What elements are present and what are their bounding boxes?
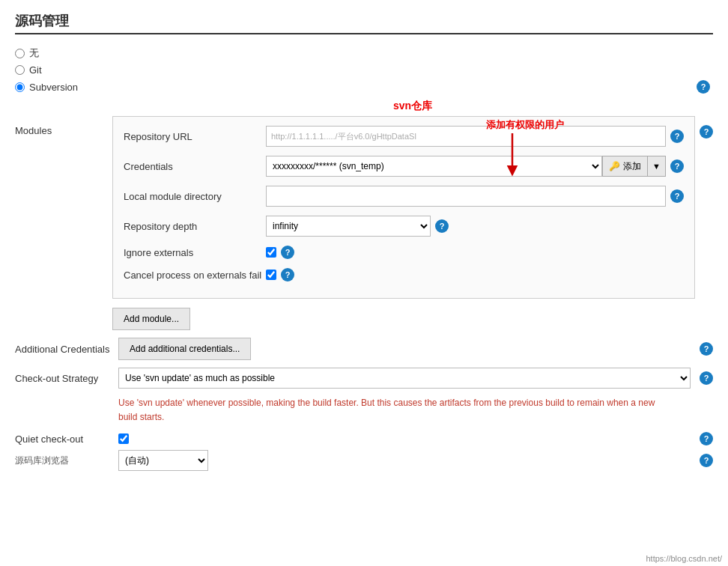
add-credentials-main-btn[interactable]: 🔑 添加 [602, 156, 647, 177]
radio-subversion-label: Subversion [29, 82, 78, 93]
page-title: 源码管理 [15, 12, 713, 34]
repo-depth-row: Repository depth infinity empty files im… [124, 216, 684, 237]
repo-url-help-icon[interactable]: ? [670, 130, 684, 143]
additional-credentials-label: Additional Credentials [15, 344, 112, 355]
quiet-checkout-row: Quiet check-out ? [15, 432, 713, 445]
ignore-externals-checkbox[interactable] [266, 247, 276, 258]
add-module-btn[interactable]: Add module... [112, 308, 190, 330]
checkout-strategy-help-icon[interactable]: ? [700, 371, 713, 385]
bottom-row: 源码库浏览器 (自动) ? [15, 450, 713, 471]
credentials-row: Credentials xxxxxxxxx/****** (svn_temp) … [124, 156, 684, 177]
checkout-strategy-select[interactable]: Use 'svn update' as much as possible [118, 368, 691, 389]
scm-body: Modules Repository URL http://1.1.1.1.1.… [15, 116, 713, 330]
cancel-externals-row: Cancel process on externals fail ? [124, 268, 684, 282]
quiet-checkout-checkbox[interactable] [118, 433, 129, 444]
svn-warehouse-annotation: svn仓库 [393, 100, 432, 112]
ignore-externals-row: Ignore externals ? [124, 246, 684, 259]
scm-radio-group: 无 Git Subversion ? [15, 46, 713, 94]
quiet-checkout-label: Quiet check-out [15, 433, 112, 445]
add-credentials-dropdown-btn[interactable]: ▼ [647, 156, 666, 177]
cancel-externals-help-icon[interactable]: ? [281, 268, 294, 282]
modules-label: Modules [15, 116, 112, 136]
additional-credentials-row: Additional Credentials Add additional cr… [15, 338, 713, 360]
add-credentials-btn-group: 🔑 添加 ▼ [602, 156, 666, 177]
radio-subversion[interactable]: Subversion ? [15, 80, 713, 94]
repo-depth-select[interactable]: infinity empty files immediates [266, 216, 431, 237]
radio-none[interactable]: 无 [15, 46, 713, 60]
repo-url-label: Repository URL [124, 131, 266, 142]
radio-git[interactable]: Git [15, 64, 713, 76]
checkout-strategy-label: Check-out Strategy [15, 373, 112, 384]
chevron-down-icon: ▼ [652, 162, 661, 171]
local-module-row: Local module directory . ? [124, 186, 684, 207]
credentials-select[interactable]: xxxxxxxxx/****** (svn_temp) [266, 156, 602, 177]
subversion-help-icon[interactable]: ? [697, 80, 710, 94]
repo-url-value: http://1.1.1.1.1...../平台v6.0/gHttpDataSl [271, 131, 416, 142]
local-module-help-icon[interactable]: ? [670, 189, 684, 203]
credentials-help-icon[interactable]: ? [670, 159, 684, 173]
radio-none-label: 无 [29, 46, 39, 60]
ignore-externals-label: Ignore externals [124, 247, 266, 258]
modules-help-icon[interactable]: ? [700, 125, 713, 139]
page-wrapper: 源码管理 无 Git Subversion ? svn仓库 Modules Re… [0, 0, 728, 566]
additional-credentials-help-icon[interactable]: ? [700, 342, 713, 356]
modules-panel: Repository URL http://1.1.1.1.1...../平台v… [112, 116, 695, 299]
ignore-externals-help-icon[interactable]: ? [281, 246, 294, 259]
local-module-input[interactable]: . [266, 186, 666, 207]
repo-depth-label: Repository depth [124, 221, 266, 232]
bottom-help-icon[interactable]: ? [700, 454, 713, 467]
add-btn-label: 添加 [623, 160, 641, 173]
footer-url: https://blog.csdn.net/ [646, 554, 722, 563]
add-module-area: Add module... [112, 305, 695, 330]
repo-url-input[interactable]: http://1.1.1.1.1...../平台v6.0/gHttpDataSl [266, 126, 666, 147]
quiet-checkout-help-icon[interactable]: ? [700, 432, 713, 445]
repo-url-row: Repository URL http://1.1.1.1.1...../平台v… [124, 126, 684, 147]
credentials-label: Credentials [124, 161, 266, 172]
checkout-desc: Use 'svn update' whenever possible, maki… [118, 396, 673, 424]
cancel-externals-label: Cancel process on externals fail [124, 270, 266, 281]
add-additional-credentials-btn[interactable]: Add additional credentials... [118, 338, 251, 360]
radio-git-label: Git [29, 64, 42, 76]
key-icon: 🔑 [609, 161, 620, 171]
repo-depth-help-icon[interactable]: ? [435, 219, 449, 233]
bottom-select[interactable]: (自动) [118, 450, 208, 471]
local-module-label: Local module directory [124, 191, 266, 202]
bottom-label: 源码库浏览器 [15, 454, 112, 467]
checkout-strategy-row: Check-out Strategy Use 'svn update' as m… [15, 368, 713, 389]
cancel-externals-checkbox[interactable] [266, 270, 276, 280]
